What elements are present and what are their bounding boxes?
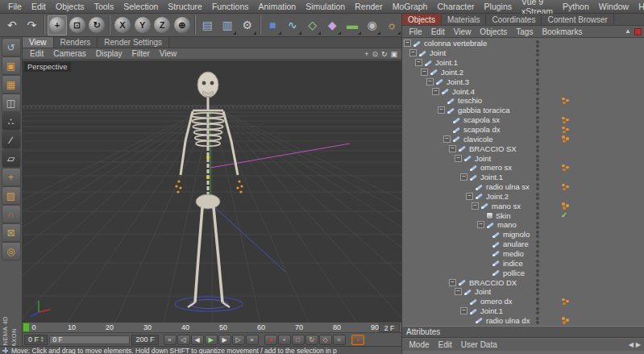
goto-start-button[interactable]: « [164, 335, 177, 345]
visibility-dots[interactable] [536, 260, 539, 267]
visibility-dots[interactable] [536, 202, 539, 210]
dropdown-corner-icon[interactable] [377, 31, 380, 35]
current-frame-field[interactable]: 0 F ▲▼ [24, 335, 48, 345]
enabled-check-icon[interactable]: ✓ [561, 211, 567, 219]
record-parameter-button[interactable]: ◇ [319, 335, 332, 345]
lock-z-axis-button[interactable]: Z [152, 15, 172, 35]
tree-item-mignolo[interactable]: mignolo [402, 230, 644, 239]
menu-help[interactable]: Help [634, 0, 644, 13]
redo-button[interactable]: ↷ [23, 15, 42, 35]
visibility-dots[interactable] [536, 135, 539, 143]
skeleton-bones[interactable] [181, 72, 238, 307]
tree-item-clavicole[interactable]: −clavicole [402, 134, 644, 144]
attributes-header[interactable]: Attributes [402, 326, 644, 338]
current-frame-marker[interactable] [23, 323, 30, 332]
menu-render[interactable]: Render [350, 0, 387, 13]
visibility-dots[interactable] [536, 193, 539, 200]
tree-item-joint-3[interactable]: −Joint.3 [402, 77, 644, 86]
tree-item-joint-4[interactable]: −Joint.4 [402, 86, 644, 96]
visibility-dots[interactable] [536, 240, 539, 248]
move-tool-button[interactable]: + [48, 15, 67, 35]
tree-item-joint-1[interactable]: −Joint.1 [402, 173, 644, 182]
scale-tool-button[interactable]: ⊡ [68, 15, 87, 35]
visibility-dots[interactable] [536, 231, 539, 238]
weight-tag-icon[interactable] [561, 316, 570, 324]
visibility-dots[interactable] [536, 222, 539, 229]
tree-item-mano-sx[interactable]: −mano sx [402, 201, 644, 210]
viewport-tab-view[interactable]: View [23, 37, 54, 48]
collapse-icon[interactable]: − [472, 202, 479, 210]
tree-item-skin[interactable]: Skin✓ [402, 210, 644, 220]
collapse-icon[interactable]: − [443, 135, 451, 143]
dropdown-corner-icon[interactable] [278, 31, 281, 35]
visibility-dots[interactable] [536, 69, 539, 76]
tree-item-braccio-dx[interactable]: −BRACCIO DX [402, 277, 644, 287]
collapse-icon[interactable]: − [409, 49, 417, 56]
collapse-icon[interactable]: − [460, 307, 467, 314]
collapse-icon[interactable]: − [432, 88, 439, 95]
texture-mode-button[interactable]: ▦ [2, 76, 20, 93]
foot-controller-rings[interactable] [175, 297, 243, 311]
viewport-menu-edit[interactable]: Edit [25, 49, 48, 58]
visibility-dots[interactable] [536, 317, 539, 324]
texture-axis-button[interactable]: ▨ [2, 187, 20, 204]
menu-python[interactable]: Python [558, 0, 594, 13]
record-scale-button[interactable]: □ [292, 335, 305, 345]
coordinate-system-button[interactable]: ⊕ [172, 15, 192, 35]
add-generator-button[interactable]: ◇ [303, 15, 322, 35]
lock-x-axis-button[interactable]: X [113, 15, 132, 35]
polygons-mode-button[interactable]: ▱ [2, 150, 20, 167]
workplane-mode-button[interactable]: ◫ [2, 94, 20, 111]
attributes-menu-edit[interactable]: Edit [434, 340, 456, 349]
next-frame-button[interactable]: ▶ [218, 335, 231, 345]
tree-item-anulare[interactable]: anulare [402, 239, 644, 249]
add-light-button[interactable]: ☼ [382, 15, 401, 35]
manager-tab-content-browser[interactable]: Content Browser [542, 14, 613, 25]
collapse-icon[interactable]: − [449, 279, 456, 286]
collapse-icon[interactable]: − [415, 59, 422, 66]
weight-tag-icon[interactable] [561, 202, 570, 210]
undo-button[interactable]: ↶ [2, 15, 22, 35]
tree-item-joint-1[interactable]: −Joint.1 [402, 306, 644, 316]
viewport-menu-display[interactable]: Display [91, 49, 127, 58]
add-cube-button[interactable]: ■ [264, 15, 283, 35]
tree-item-joint-2[interactable]: −Joint.2 [402, 68, 644, 77]
tree-item-scapola-sx[interactable]: scapola sx [402, 115, 644, 125]
manager-tab-objects[interactable]: Objects [402, 14, 442, 25]
tree-item-teschio[interactable]: teschio [402, 96, 644, 106]
object-manager-menu-view[interactable]: View [449, 27, 476, 36]
autokeying-button[interactable]: ● [351, 335, 364, 345]
tree-item-joint[interactable]: −Joint [402, 287, 644, 297]
tree-item-indice[interactable]: indice [402, 258, 644, 268]
tree-item-omero-sx[interactable]: omero sx [402, 163, 644, 173]
visibility-dots[interactable] [536, 78, 539, 85]
scroll-up-icon[interactable]: ▲ [625, 27, 631, 35]
render-settings-button[interactable]: ⚙ [238, 15, 257, 35]
menu-mograph[interactable]: MoGraph [388, 0, 433, 13]
object-manager-menu-edit[interactable]: Edit [426, 27, 449, 36]
tree-item-scapola-dx[interactable]: scapola dx [402, 125, 644, 135]
preview-range-slider[interactable]: 0 F [49, 335, 130, 344]
lock-y-axis-button[interactable]: Y [133, 15, 152, 35]
visibility-dots[interactable] [536, 298, 539, 305]
visibility-dots[interactable] [536, 49, 539, 56]
weight-tag-icon[interactable] [561, 126, 570, 134]
render-view-button[interactable]: ▤ [198, 15, 218, 35]
menu-selection[interactable]: Selection [118, 0, 163, 13]
collapse-icon[interactable]: − [421, 69, 428, 76]
record-point-level-button[interactable]: ≈ [333, 335, 346, 345]
attributes-menu-mode[interactable]: Mode [405, 340, 434, 349]
menu-file[interactable]: File [3, 0, 27, 13]
weight-tag-icon[interactable] [561, 97, 570, 105]
make-editable-button[interactable]: ↺ [2, 39, 20, 56]
tree-item-joint-1[interactable]: −Joint.1 [402, 58, 644, 68]
previous-key-button[interactable]: ◁ [177, 335, 190, 345]
tree-item-radio-ulna-sx[interactable]: radio ulna sx [402, 182, 644, 192]
weight-tag-icon[interactable] [561, 164, 570, 172]
visibility-dots[interactable] [536, 307, 539, 314]
collapse-icon[interactable]: − [455, 288, 462, 295]
collapse-icon[interactable]: − [455, 155, 462, 162]
tree-item-gabbia-toracica[interactable]: −gabbia toracica [402, 106, 644, 115]
dropdown-corner-icon[interactable] [397, 31, 401, 35]
collapse-icon[interactable]: − [460, 173, 467, 181]
